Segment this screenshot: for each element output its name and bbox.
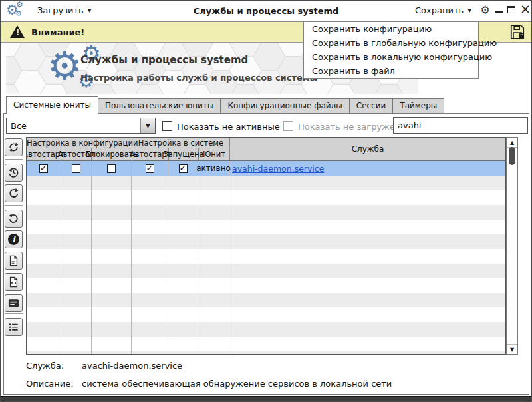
config-block-checkbox[interactable] [92,161,132,176]
show-log-button[interactable] [5,294,23,312]
chevron-down-icon: ▼ [146,122,150,129]
chevron-down-icon: ▼ [467,7,471,13]
column-header-autostart-config: Автостарт [27,148,61,160]
combobox-arrow-button[interactable]: ▼ [140,118,155,133]
column-header-block: Блокировать [92,148,132,160]
show-inactive-checkbox[interactable] [162,121,172,131]
table-empty-row [27,322,505,337]
banner-subtitle: Настройка работы служб и процессов систе… [80,73,317,83]
app-window: ⚙ ⚙ ⚙ Загрузить ▼ Службы и процессы syst… [0,0,532,402]
vertical-scrollbar[interactable]: ▲ ▼ [506,137,518,355]
system-running-checkbox[interactable]: ✓ [168,161,198,176]
table-empty-row [27,307,505,322]
info-icon: i [8,234,19,245]
save-locked-button[interactable] [509,23,526,41]
table-empty-row [27,220,505,234]
table-empty-row [27,234,505,249]
scrollbar-thumb[interactable] [509,147,515,165]
minimize-icon[interactable] [495,11,503,13]
history-button[interactable] [5,164,23,182]
history-icon [7,166,20,179]
tab-bar: Системные юниты Пользовательские юниты К… [6,96,444,114]
table-empty-row [27,249,505,264]
warning-label: Внимание! [31,27,84,37]
units-table: Настройка в конфигурации Автостарт Автос… [26,137,506,355]
table-body-empty [27,176,505,355]
menu-item-save-to-file[interactable]: Сохранить в файл [304,64,478,78]
toolbar-separator [5,205,23,209]
tab-system-units[interactable]: Системные юниты [6,96,98,114]
description-value: система обеспечивающая обнаружение серви… [82,379,392,389]
table-empty-row [27,190,505,205]
menu-item-save-configuration[interactable]: Сохранить конфигурацию [304,22,478,36]
service-label: Служба: [26,361,64,371]
show-inactive-label: Показать не активные [177,122,280,132]
document-icon [7,254,20,267]
tab-user-units[interactable]: Пользовательские юниты [98,98,221,114]
redo-icon [7,187,20,200]
undo-button[interactable] [5,210,23,228]
tab-timers[interactable]: Таймеры [393,98,444,114]
config-autostop-checkbox[interactable] [61,161,92,176]
redo-button[interactable] [5,184,23,202]
table-empty-row [27,264,505,278]
column-header-service: Служба [230,138,505,160]
column-header-running: Запущена [169,148,199,160]
save-menu-button[interactable]: Сохранить ▼ [415,5,471,15]
refresh-icon [7,141,20,154]
floppy-lock-icon [509,23,526,41]
table-header: Настройка в конфигурации Автостарт Автос… [27,138,505,161]
description-label: Описание: [26,379,74,389]
table-empty-row [27,351,505,355]
table-empty-row [27,176,505,190]
edit-unit-file-button[interactable] [5,273,23,291]
dependencies-list-button[interactable] [5,318,23,336]
banner-title: Службы и процессы systemd [80,54,248,66]
refresh-button[interactable] [5,138,23,156]
service-link[interactable]: avahi-daemon.service [232,164,324,174]
table-empty-row [27,205,505,220]
undo-icon [7,212,20,225]
list-icon [7,321,20,333]
search-input[interactable] [393,117,528,134]
view-file-button[interactable] [5,252,23,270]
menu-item-save-local-configuration[interactable]: Сохранить в локальную конфигурацию [304,50,478,64]
group-header-config: Настройка в конфигурации [27,138,132,148]
group-header-system: Настройка в системе [132,138,229,148]
tab-config-files[interactable]: Конфигурационные файлы [221,98,349,114]
info-button[interactable]: i [5,230,23,248]
gear-icon: ⚙ [47,47,82,85]
maximize-icon[interactable] [507,6,515,13]
tab-sessions[interactable]: Сессии [350,98,394,114]
table-empty-row [27,293,505,307]
system-autostart-checkbox[interactable]: ✓ [132,161,168,176]
column-header-unit: Юнит [199,148,229,160]
config-autostart-checkbox[interactable]: ✓ [27,161,61,176]
table-row[interactable]: ✓ ✓ ✓ активно avahi-daemon.service [27,161,505,176]
toolbar-separator [5,159,23,163]
toolbar-separator [5,313,23,317]
table-empty-row [27,278,505,293]
scroll-down-icon[interactable]: ▼ [507,344,517,354]
show-unloaded-checkbox[interactable] [283,121,293,131]
toolbar: ⚙ ⚙ ⚙ Загрузить ▼ Службы и процессы syst… [1,1,531,22]
service-value: avachi-daemon.service [82,361,182,371]
unit-filter-combobox[interactable]: Все ▼ [6,118,156,134]
menu-item-save-global-configuration[interactable]: Сохранить в глобальную конфигурацию [304,36,478,50]
unit-status: активно [198,161,229,176]
save-menu-label: Сохранить [415,5,464,15]
settings-gear-button[interactable]: ⚙ [480,5,490,16]
bottom-status-bar [1,396,531,401]
close-icon[interactable]: × [520,3,531,15]
scroll-up-icon[interactable]: ▲ [507,138,517,148]
table-empty-row [27,337,505,351]
console-icon [7,297,20,309]
combobox-value: Все [11,121,27,131]
save-dropdown-menu: Сохранить конфигурацию Сохранить в глоба… [303,21,479,79]
document-code-icon [7,276,20,288]
